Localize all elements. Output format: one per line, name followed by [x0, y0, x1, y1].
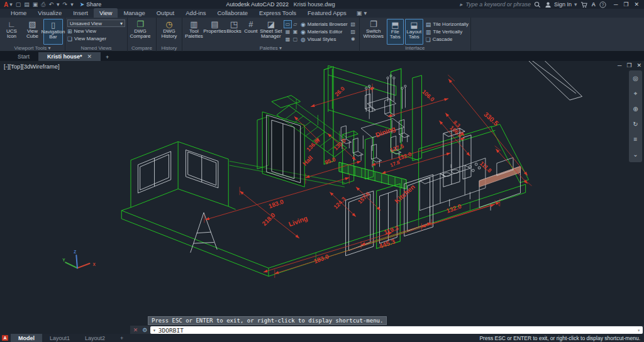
view-manager-button[interactable]: ❏View Manager	[67, 35, 125, 42]
view-dropdown[interactable]: Unsaved View▾	[67, 19, 125, 27]
sign-in-button[interactable]: Sign In ▾	[545, 1, 577, 8]
dimension-line	[275, 204, 495, 273]
sheet-set-manager-button[interactable]: ◪Sheet Set Manager	[260, 19, 282, 45]
tab-home[interactable]: Home	[5, 8, 32, 18]
help-icon[interactable]: ?	[599, 1, 606, 8]
panel-label-palettes[interactable]: Palettes ▾	[182, 45, 359, 52]
model-tab[interactable]: Model	[11, 334, 42, 342]
new-file-icon[interactable]: ▢	[16, 1, 21, 8]
dimension-label: 157.5	[357, 190, 371, 205]
plot-icon[interactable]: ⎙	[41, 1, 45, 8]
showmotion-icon[interactable]: ≡	[634, 136, 638, 143]
clipboard-icon[interactable]: ▢	[292, 36, 299, 43]
redo-icon[interactable]: ↷	[63, 1, 68, 8]
window-title: Autodesk AutoCAD 2022 Kristi house.dwg	[101, 1, 460, 8]
materials-editor-button[interactable]: ◉Materials Editor	[301, 29, 348, 35]
switch-windows-button[interactable]: ❐Switch Windows	[362, 19, 386, 45]
layout-tabs-button[interactable]: ⬓Layout Tabs	[405, 19, 423, 45]
panel-label-viewport-tools[interactable]: Viewport Tools ▾	[0, 45, 65, 52]
vp-close-icon[interactable]: ✕	[636, 62, 641, 69]
tile-vertically-button[interactable]: ▥Tile Vertically	[426, 29, 469, 35]
layer-palette-icon[interactable]: ▦	[284, 28, 291, 35]
tab-insert[interactable]: Insert	[67, 8, 94, 18]
close-button[interactable]: ✕	[634, 1, 639, 8]
tool-palettes-button[interactable]: ▥Tool Palettes	[184, 19, 204, 45]
new-view-button[interactable]: ⊞New View	[67, 28, 125, 35]
tile-horizontally-button[interactable]: ▤Tile Horizontally	[426, 21, 469, 28]
model-viewport[interactable]: 26.0106.0330.58.3106.8130.0136.895.0137.…	[0, 61, 644, 334]
ribbon-options-icon[interactable]: ▣ ▾	[352, 8, 371, 18]
minimize-button[interactable]: ─	[614, 1, 618, 8]
sun-properties-icon[interactable]: ▧	[350, 21, 357, 28]
vp-minimize-icon[interactable]: ─	[618, 62, 621, 69]
viewport-controls-label[interactable]: [-][Top][3dWireframe]	[4, 63, 60, 70]
advanced-render-icon[interactable]: ✱	[350, 36, 357, 43]
file-tabs-button[interactable]: ⬒File Tabs	[387, 19, 404, 45]
vp-restore-icon[interactable]: ❐	[626, 62, 631, 69]
tab-express-tools[interactable]: Express Tools	[253, 8, 302, 18]
save-icon[interactable]: ▣	[33, 1, 38, 8]
cart-icon[interactable]	[580, 1, 587, 8]
share-button[interactable]: ➤ Share	[80, 1, 102, 8]
autocad-logo-icon[interactable]: A	[4, 1, 8, 8]
panel-palettes: ▥Tool Palettes ▤Properties ◳Blocks #Coun…	[182, 18, 360, 52]
open-file-icon[interactable]: ▤	[24, 1, 30, 8]
ucs-icon-button[interactable]: ∟UCS Icon	[2, 19, 21, 45]
properties-icon: ▤	[211, 19, 218, 29]
render-env-icon[interactable]: ▨	[350, 28, 357, 35]
view-cube-button[interactable]: ▧View Cube	[23, 19, 42, 45]
properties-button[interactable]: ▤Properties	[205, 19, 225, 45]
app-menu-caret-icon[interactable]: ▾	[9, 1, 13, 8]
navigation-bar-button[interactable]: ▯Navigation Bar	[43, 19, 63, 45]
dimension-label: 111.8	[479, 160, 493, 174]
layout2-tab[interactable]: Layout2	[77, 334, 113, 342]
close-tab-icon[interactable]: ✕	[87, 53, 92, 60]
new-drawing-tab-button[interactable]: +	[101, 53, 114, 61]
command-line-bar[interactable]: ✕ ⚙ ▾ 3DORBIT ▾	[130, 326, 644, 334]
model-canvas[interactable]: 26.0106.0330.58.3106.8130.0136.895.0137.…	[0, 61, 644, 334]
command-close-icon[interactable]: ✕	[133, 327, 138, 333]
dimension-line	[448, 79, 528, 176]
visual-styles-button[interactable]: ◍Visual Styles	[301, 36, 348, 43]
restore-button[interactable]: ❐	[623, 1, 628, 8]
command-palette-icon[interactable]: ▭	[284, 21, 291, 28]
taskbar-app-icon[interactable]: A	[2, 335, 8, 341]
steering-wheel-icon[interactable]: ◎	[633, 75, 638, 82]
count-button[interactable]: #Count	[243, 19, 258, 45]
orbit-icon[interactable]: ↻	[633, 121, 638, 128]
zoom-icon[interactable]: ⊕	[633, 106, 638, 113]
pan-icon[interactable]: ⌖	[634, 90, 638, 97]
ribbon-mini-icon[interactable]: ▱	[292, 21, 299, 28]
file-tab-start[interactable]: Start	[9, 52, 38, 61]
tab-addins[interactable]: Add-ins	[180, 8, 211, 18]
calculator-icon[interactable]: ▣	[292, 28, 299, 35]
layout1-tab[interactable]: Layout1	[42, 334, 77, 342]
navigation-bar[interactable]: ◎ ⌖ ⊕ ↻ ≡ ⌄	[629, 70, 642, 162]
search-box[interactable]: ▸ Type a keyword or phrase	[460, 1, 541, 8]
materials-browser-button[interactable]: ◉Materials Browser	[301, 21, 348, 28]
blocks-button[interactable]: ◳Blocks	[226, 19, 242, 45]
command-input[interactable]: ▾ 3DORBIT ▾	[150, 326, 643, 334]
dwg-history-button[interactable]: ◷DWG History	[158, 19, 180, 45]
cascade-button[interactable]: ❏Cascade	[426, 36, 469, 43]
new-layout-button[interactable]: +	[113, 334, 131, 342]
command-expand-icon[interactable]: ▾	[637, 328, 640, 333]
undo-icon[interactable]: ↶	[49, 1, 54, 8]
dwg-history-icon: ◷	[165, 19, 172, 29]
markup-icon[interactable]: ▩	[284, 36, 291, 43]
tab-manage[interactable]: Manage	[118, 8, 150, 18]
tab-featured-apps[interactable]: Featured Apps	[302, 8, 352, 18]
share-label: Share	[86, 1, 101, 8]
tab-visualize[interactable]: Visualize	[32, 8, 67, 18]
tab-view[interactable]: View	[94, 8, 118, 18]
navbar-caret-icon[interactable]: ⌄	[633, 151, 638, 158]
qat-customize-caret-icon[interactable]: ▾	[70, 1, 74, 8]
tab-output[interactable]: Output	[151, 8, 180, 18]
file-tab-document[interactable]: Kristi house* ✕	[38, 52, 101, 61]
dwg-compare-button[interactable]: ❐DWG Compare	[130, 19, 151, 45]
command-tools-icon[interactable]: ⚙	[142, 327, 147, 333]
autodesk-apps-icon[interactable]: A	[591, 1, 596, 8]
undo-caret-icon[interactable]: ▾	[57, 1, 60, 8]
search-icon[interactable]	[534, 1, 541, 8]
tab-collaborate[interactable]: Collaborate	[211, 8, 253, 18]
